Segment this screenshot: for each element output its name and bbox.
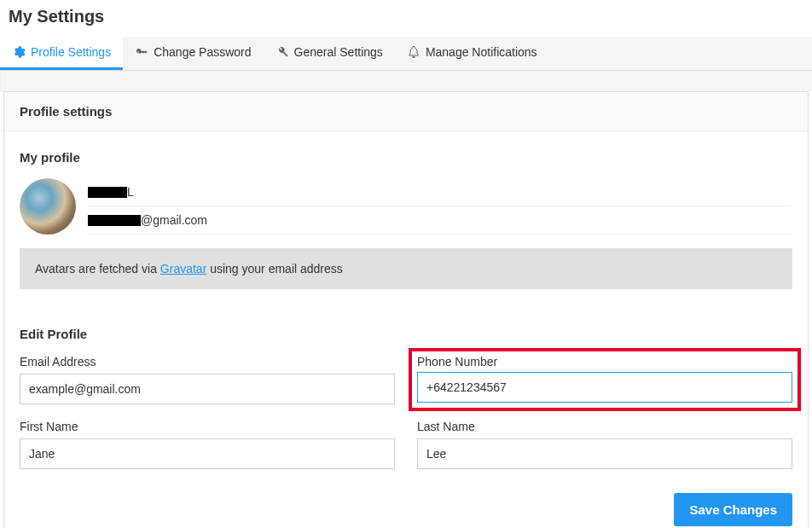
first-name-input[interactable] xyxy=(20,438,395,469)
last-name-input[interactable] xyxy=(417,438,792,469)
key-icon xyxy=(135,45,148,59)
gravatar-link[interactable]: Gravatar xyxy=(160,262,206,276)
form-grid: Email Address Phone Number First Name La… xyxy=(20,355,792,469)
gravatar-banner: Avatars are fetched via Gravatar using y… xyxy=(20,248,792,289)
gear-icon xyxy=(12,45,26,59)
email-input[interactable] xyxy=(20,374,395,404)
tab-manage-notifications[interactable]: Manage Notifications xyxy=(395,37,549,70)
button-row: Save Changes xyxy=(20,493,792,526)
phone-input[interactable] xyxy=(417,372,792,403)
tab-label: Change Password xyxy=(154,45,251,59)
email-field-wrapper: Email Address xyxy=(20,355,395,404)
edit-profile-title: Edit Profile xyxy=(20,327,792,341)
my-profile-title: My profile xyxy=(20,150,792,165)
tab-profile-settings[interactable]: Profile Settings xyxy=(0,37,123,70)
last-name-field-wrapper: Last Name xyxy=(417,420,792,469)
profile-email-suffix: @gmail.com xyxy=(141,213,207,227)
banner-suffix: using your email address xyxy=(206,262,343,276)
last-name-label: Last Name xyxy=(417,420,792,433)
profile-name-suffix: L xyxy=(127,185,134,199)
first-name-field-wrapper: First Name xyxy=(20,420,395,469)
tab-label: Manage Notifications xyxy=(426,45,537,59)
banner-prefix: Avatars are fetched via xyxy=(35,262,160,276)
first-name-label: First Name xyxy=(20,420,395,433)
profile-info: L @gmail.com xyxy=(88,178,792,235)
tab-general-settings[interactable]: General Settings xyxy=(264,37,395,70)
tabs-bar: Profile Settings Change Password General… xyxy=(0,37,812,71)
tab-label: General Settings xyxy=(294,45,383,59)
profile-email: @gmail.com xyxy=(88,206,792,235)
phone-field-wrapper: Phone Number xyxy=(417,355,792,404)
profile-name: L xyxy=(88,178,792,206)
redacted-name xyxy=(88,187,127,198)
redacted-email xyxy=(88,215,141,226)
spacer xyxy=(0,71,812,91)
panel-body: My profile L @gmail.com Avatars are fetc… xyxy=(4,131,808,528)
panel-header: Profile settings xyxy=(4,92,808,131)
phone-label: Phone Number xyxy=(417,355,792,368)
wrench-icon xyxy=(276,45,289,59)
profile-row: L @gmail.com xyxy=(20,178,792,235)
avatar xyxy=(20,178,76,235)
save-button[interactable]: Save Changes xyxy=(674,493,792,526)
tab-change-password[interactable]: Change Password xyxy=(123,37,263,70)
settings-panel: Profile settings My profile L @gmail.com… xyxy=(3,91,809,528)
bell-icon xyxy=(407,45,420,59)
page-title: My Settings xyxy=(0,0,812,37)
tab-label: Profile Settings xyxy=(31,45,111,59)
edit-profile-section: Edit Profile Email Address Phone Number … xyxy=(20,327,792,526)
phone-highlight: Phone Number xyxy=(409,348,801,411)
email-label: Email Address xyxy=(20,355,395,368)
